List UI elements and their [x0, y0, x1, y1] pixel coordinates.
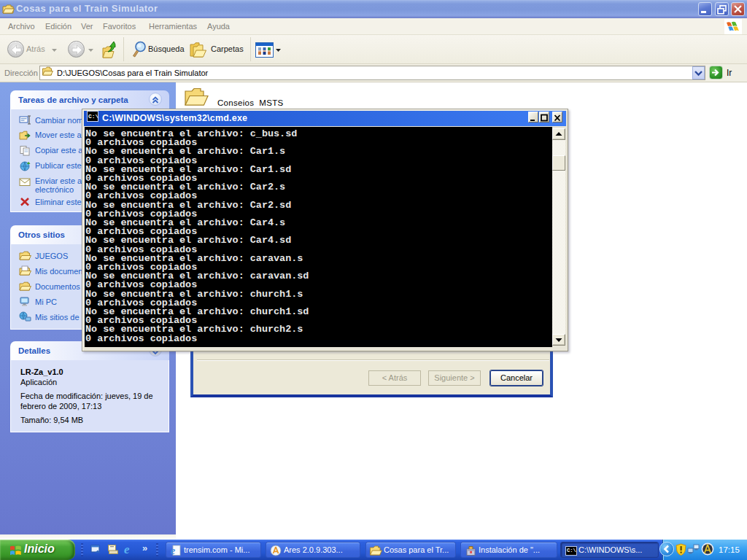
svg-text:e: e	[171, 545, 175, 556]
